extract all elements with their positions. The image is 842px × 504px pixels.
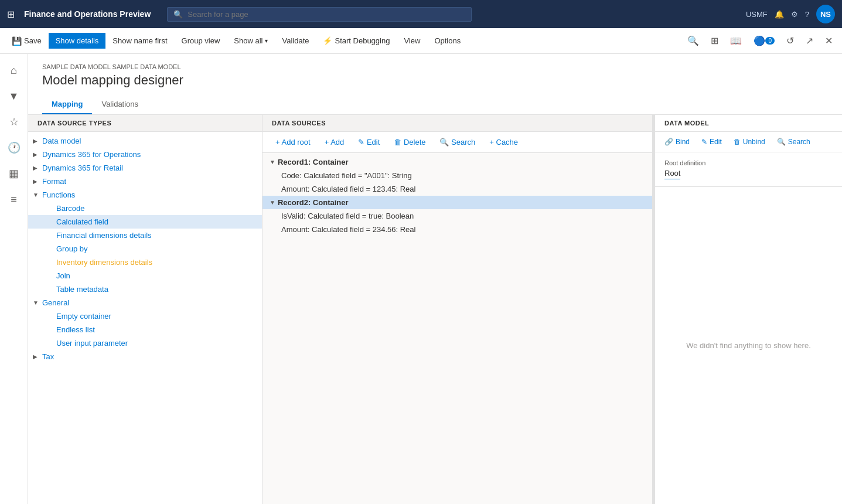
dm-search-button[interactable]: 🔍 Search bbox=[772, 135, 815, 148]
tree-item-data-model[interactable]: ▶ Data model bbox=[28, 134, 262, 148]
bind-button[interactable]: 🔗 Bind bbox=[660, 135, 694, 148]
ds-amount-field1[interactable]: Amount: Calculated field = 123.45: Real bbox=[263, 182, 652, 196]
show-all-button[interactable]: Show all ▾ bbox=[227, 33, 275, 49]
bookmark-cmd-icon[interactable]: 📖 bbox=[725, 32, 746, 50]
toggle-record2: ▼ bbox=[270, 199, 275, 206]
user-avatar[interactable]: NS bbox=[816, 5, 835, 23]
unbind-icon: 🗑 bbox=[734, 138, 741, 146]
tax-label: Tax bbox=[42, 352, 54, 361]
show-details-button[interactable]: Show details bbox=[49, 33, 106, 49]
tree-item-format[interactable]: ▶ Format bbox=[28, 175, 262, 188]
tree-item-table-metadata[interactable]: Table metadata bbox=[28, 282, 262, 296]
top-nav-right: USMF 🔔 ⚙ ? NS bbox=[746, 5, 835, 23]
tree-item-calculated-field[interactable]: Calculated field bbox=[28, 215, 262, 229]
toggle-record1: ▼ bbox=[270, 159, 275, 165]
toggle-format: ▶ bbox=[33, 178, 42, 185]
save-button[interactable]: 💾 Save bbox=[5, 33, 49, 49]
search-button[interactable]: 🔍 Search bbox=[434, 135, 481, 149]
data-model-label: Data model bbox=[42, 137, 81, 145]
edit-button[interactable]: ✎ Edit bbox=[352, 135, 386, 149]
toggle-general: ▼ bbox=[33, 299, 42, 306]
data-model-empty-message: We didn't find anything to show here. bbox=[655, 187, 842, 504]
settings-icon[interactable]: ⚙ bbox=[791, 10, 798, 19]
user-code: USMF bbox=[746, 10, 768, 19]
grid-cmd-icon[interactable]: ⊞ bbox=[706, 32, 723, 50]
refresh-cmd-icon[interactable]: ↺ bbox=[782, 32, 799, 50]
page-header: SAMPLE DATA MODEL SAMPLE DATA MODEL Mode… bbox=[28, 54, 842, 115]
notifications-cmd-icon[interactable]: 🔵0 bbox=[749, 32, 779, 50]
help-icon[interactable]: ? bbox=[805, 10, 809, 19]
tree-item-d365-retail[interactable]: ▶ Dynamics 365 for Retail bbox=[28, 161, 262, 175]
global-search-input[interactable] bbox=[188, 10, 465, 19]
unbind-button[interactable]: 🗑 Unbind bbox=[729, 135, 770, 148]
financial-dim-label: Financial dimensions details bbox=[56, 231, 152, 240]
sidebar-filter-icon[interactable]: ▼ bbox=[2, 84, 26, 108]
close-cmd-icon[interactable]: ✕ bbox=[820, 32, 837, 50]
format-label: Format bbox=[42, 177, 66, 186]
root-definition-value: Root bbox=[664, 169, 680, 179]
tree-item-barcode[interactable]: Barcode bbox=[28, 202, 262, 215]
start-debugging-button[interactable]: ⚡ Start Debugging bbox=[316, 33, 397, 49]
tree-item-functions[interactable]: ▼ Functions bbox=[28, 188, 262, 202]
ds-amount-field2[interactable]: Amount: Calculated field = 234.56: Real bbox=[263, 223, 652, 236]
add-root-button[interactable]: + Add root bbox=[270, 135, 316, 149]
tree-item-endless-list[interactable]: Endless list bbox=[28, 323, 262, 336]
ds-record1[interactable]: ▼ Record1: Container bbox=[263, 155, 652, 169]
add-button[interactable]: + Add bbox=[319, 135, 350, 149]
data-sources-panel: DATA SOURCES + Add root + Add ✎ Edit 🗑 D… bbox=[263, 115, 652, 504]
code-field-label: Code: Calculated field = "A001": String bbox=[281, 171, 412, 180]
command-bar: 💾 Save Show details Show name first Grou… bbox=[0, 28, 842, 54]
toggle-tax: ▶ bbox=[33, 353, 42, 360]
amount-field2-label: Amount: Calculated field = 234.56: Real bbox=[281, 225, 415, 234]
show-name-first-button[interactable]: Show name first bbox=[105, 33, 174, 49]
ds-code-field[interactable]: Code: Calculated field = "A001": String bbox=[263, 169, 652, 182]
sidebar-clock-icon[interactable]: 🕐 bbox=[2, 136, 26, 159]
sidebar-star-icon[interactable]: ☆ bbox=[2, 110, 26, 134]
toggle-data-model: ▶ bbox=[33, 138, 42, 144]
tree-item-general[interactable]: ▼ General bbox=[28, 296, 262, 309]
grid-icon[interactable]: ⊞ bbox=[7, 9, 15, 20]
tab-mapping[interactable]: Mapping bbox=[42, 95, 92, 114]
data-source-types-tree: ▶ Data model ▶ Dynamics 365 for Operatio… bbox=[28, 132, 262, 504]
group-view-button[interactable]: Group view bbox=[175, 33, 227, 49]
ds-isvalid-field[interactable]: IsValid: Calculated field = true: Boolea… bbox=[263, 209, 652, 223]
content-body: DATA SOURCE TYPES ▶ Data model ▶ Dynamic… bbox=[28, 115, 842, 504]
tree-item-inventory-dim[interactable]: Inventory dimensions details bbox=[28, 256, 262, 269]
tree-item-user-input[interactable]: User input parameter bbox=[28, 336, 262, 350]
data-source-types-panel: DATA SOURCE TYPES ▶ Data model ▶ Dynamic… bbox=[28, 115, 263, 504]
sidebar-home-icon[interactable]: ⌂ bbox=[2, 59, 26, 82]
view-button[interactable]: View bbox=[397, 33, 427, 49]
barcode-label: Barcode bbox=[56, 204, 84, 213]
top-nav-bar: ⊞ Finance and Operations Preview 🔍 USMF … bbox=[0, 0, 842, 28]
tree-item-join[interactable]: Join bbox=[28, 269, 262, 282]
inventory-dim-label: Inventory dimensions details bbox=[56, 258, 152, 267]
options-button[interactable]: Options bbox=[427, 33, 468, 49]
tab-validations[interactable]: Validations bbox=[92, 95, 148, 114]
ds-record2[interactable]: ▼ Record2: Container bbox=[263, 196, 652, 209]
search-cmd-icon[interactable]: 🔍 bbox=[683, 32, 704, 50]
tree-item-group-by[interactable]: Group by bbox=[28, 242, 262, 256]
calculated-field-label: Calculated field bbox=[56, 217, 108, 226]
root-definition-section: Root definition Root bbox=[655, 152, 842, 187]
sidebar-dashboard-icon[interactable]: ▦ bbox=[2, 162, 26, 185]
functions-label: Functions bbox=[42, 190, 75, 199]
open-new-cmd-icon[interactable]: ↗ bbox=[801, 32, 818, 50]
validate-button[interactable]: Validate bbox=[275, 33, 316, 49]
app-sidebar: ⌂ ▼ ☆ 🕐 ▦ ≡ bbox=[0, 54, 28, 504]
sidebar-list-icon[interactable]: ≡ bbox=[2, 188, 26, 211]
tree-item-empty-container[interactable]: Empty container bbox=[28, 309, 262, 323]
delete-button[interactable]: 🗑 Delete bbox=[388, 135, 431, 149]
command-bar-right: 🔍 ⊞ 📖 🔵0 ↺ ↗ ✕ bbox=[683, 32, 837, 50]
tree-item-d365-ops[interactable]: ▶ Dynamics 365 for Operations bbox=[28, 148, 262, 161]
right-area: DATA SOURCES + Add root + Add ✎ Edit 🗑 D… bbox=[263, 115, 842, 504]
tree-item-tax[interactable]: ▶ Tax bbox=[28, 350, 262, 363]
notification-icon[interactable]: 🔔 bbox=[775, 10, 784, 19]
d365-retail-label: Dynamics 365 for Retail bbox=[42, 164, 123, 172]
page-title: Model mapping designer bbox=[42, 73, 828, 88]
global-search-box[interactable]: 🔍 bbox=[167, 7, 472, 22]
dm-edit-button[interactable]: ✎ Edit bbox=[697, 135, 727, 148]
chevron-down-icon: ▾ bbox=[265, 38, 268, 44]
tree-item-financial-dim[interactable]: Financial dimensions details bbox=[28, 229, 262, 242]
save-icon: 💾 bbox=[12, 36, 22, 46]
cache-button[interactable]: + Cache bbox=[483, 135, 524, 149]
